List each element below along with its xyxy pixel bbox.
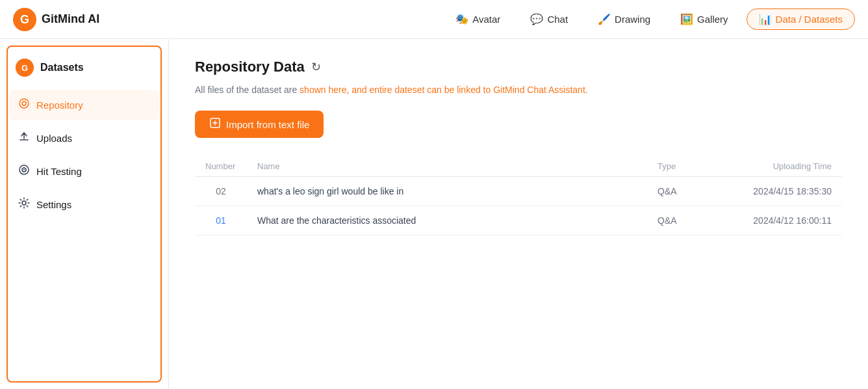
sidebar-logo-icon: G	[16, 59, 34, 77]
svg-text:G: G	[20, 13, 29, 26]
table-row: 02 what's a leo sign girl would be like …	[195, 177, 842, 206]
repository-icon	[18, 98, 30, 113]
top-nav: 🎭 Avatar 💬 Chat 🖌️ Drawing 🖼️ Gallery 📊 …	[444, 8, 855, 30]
page-title-area: Repository Data ↻	[195, 59, 842, 75]
page-title: Repository Data	[195, 59, 305, 75]
data-table: Number Name Type Uploading Time 02 what'…	[195, 156, 842, 235]
sidebar-item-uploads-label: Uploads	[36, 133, 72, 144]
uploads-icon	[18, 131, 30, 146]
logo-icon: G	[13, 8, 36, 31]
row-1-time: 2024/4/15 18:35:30	[712, 177, 842, 206]
logo-text: GitMind AI	[42, 12, 99, 26]
table-body: 02 what's a leo sign girl would be like …	[195, 177, 842, 235]
row-1-name[interactable]: what's a leo sign girl would be like in	[247, 177, 647, 206]
sidebar-item-settings-label: Settings	[36, 199, 71, 210]
import-button[interactable]: Import from text file	[195, 111, 324, 138]
nav-item-drawing[interactable]: 🖌️ Drawing	[586, 9, 662, 29]
nav-label-drawing: Drawing	[615, 14, 650, 25]
logo-area: G GitMind AI	[13, 8, 99, 31]
svg-point-4	[19, 99, 29, 108]
header: G GitMind AI 🎭 Avatar 💬 Chat 🖌️ Drawing …	[0, 0, 868, 39]
row-1-type: Q&A	[647, 177, 712, 206]
nav-label-avatar: Avatar	[472, 14, 500, 25]
sidebar: G Datasets Repository Uploads H	[0, 39, 169, 389]
sidebar-item-uploads[interactable]: Uploads	[9, 123, 159, 154]
sidebar-item-hit-testing-label: Hit Testing	[36, 166, 82, 177]
subtitle: All files of the dataset are shown here,…	[195, 85, 842, 95]
sidebar-title: Datasets	[40, 62, 84, 74]
nav-label-chat: Chat	[547, 14, 568, 25]
hit-testing-icon	[18, 164, 30, 179]
row-2-time: 2024/4/12 16:00:11	[712, 206, 842, 235]
avatar-icon: 🎭	[455, 13, 468, 25]
row-2-name[interactable]: What are the characteristics associated	[247, 206, 647, 235]
sidebar-item-settings[interactable]: Settings	[9, 189, 159, 220]
nav-label-gallery: Gallery	[697, 14, 728, 25]
subtitle-text: All files of the dataset are	[195, 85, 300, 95]
refresh-icon[interactable]: ↻	[311, 60, 321, 74]
subtitle-link[interactable]: shown here, and entire dateset can be li…	[300, 85, 588, 95]
gallery-icon: 🖼️	[680, 13, 693, 25]
row-2-number[interactable]: 01	[195, 206, 247, 235]
col-time: Uploading Time	[712, 156, 842, 177]
nav-item-avatar[interactable]: 🎭 Avatar	[444, 9, 512, 29]
col-type: Type	[647, 156, 712, 177]
table-header: Number Name Type Uploading Time	[195, 156, 842, 177]
import-button-label: Import from text file	[226, 119, 309, 130]
svg-point-5	[22, 101, 26, 105]
nav-label-data: Data / Datasets	[776, 14, 843, 25]
sidebar-nav: Repository Uploads Hit Testing Settings	[0, 90, 168, 220]
sidebar-item-hit-testing[interactable]: Hit Testing	[9, 156, 159, 187]
layout: G Datasets Repository Uploads H	[0, 39, 868, 389]
data-icon: 📊	[759, 13, 772, 25]
svg-point-9	[22, 201, 26, 205]
sidebar-item-repository-label: Repository	[36, 100, 83, 111]
nav-item-chat[interactable]: 💬 Chat	[518, 9, 580, 29]
drawing-icon: 🖌️	[598, 13, 611, 25]
col-name: Name	[247, 156, 647, 177]
import-icon	[209, 117, 221, 131]
sidebar-item-repository[interactable]: Repository	[9, 90, 159, 120]
col-number: Number	[195, 156, 247, 177]
chat-icon: 💬	[530, 13, 543, 25]
svg-text:G: G	[21, 63, 28, 73]
row-1-number: 02	[195, 177, 247, 206]
nav-item-data[interactable]: 📊 Data / Datasets	[747, 8, 855, 30]
svg-point-8	[23, 169, 25, 170]
nav-item-gallery[interactable]: 🖼️ Gallery	[669, 9, 740, 29]
settings-icon	[18, 197, 30, 212]
main-content: Repository Data ↻ All files of the datas…	[169, 39, 868, 389]
row-2-type: Q&A	[647, 206, 712, 235]
table-row: 01 What are the characteristics associat…	[195, 206, 842, 235]
sidebar-header: G Datasets	[0, 52, 168, 90]
